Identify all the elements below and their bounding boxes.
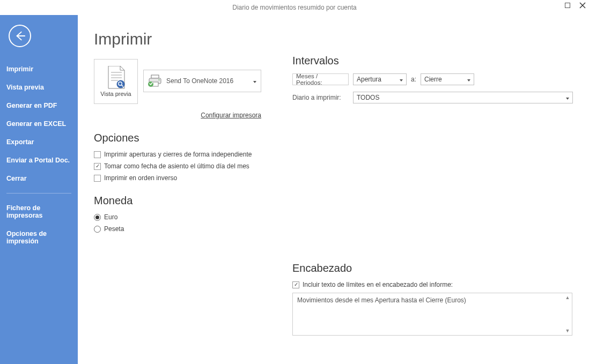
sidebar-item-label: Imprimir [6, 65, 33, 73]
sidebar-item-generate-excel[interactable]: Generar en EXCEL [0, 115, 78, 133]
option-label: Imprimir en orden inverso [104, 174, 177, 182]
back-button[interactable] [9, 25, 31, 47]
preview-button-label: Vista previa [100, 91, 131, 97]
checkbox-icon [94, 163, 101, 170]
title-bar: Diario de movimientos resumido por cuent… [0, 0, 589, 15]
checkbox-icon [94, 175, 101, 182]
printer-select[interactable]: Send To OneNote 2016 [143, 70, 261, 92]
sidebar-separator [6, 193, 71, 194]
sidebar-item-label: Generar en PDF [6, 102, 57, 109]
sidebar-item-generate-pdf[interactable]: Generar en PDF [0, 96, 78, 115]
content-area: Imprimir [78, 15, 589, 364]
option-label: Imprimir aperturas y cierres de forma in… [104, 151, 252, 158]
page-title: Imprimir [94, 30, 573, 48]
dropdown-value: Cierre [424, 76, 442, 83]
configure-printer-link[interactable]: Configurar impresora [94, 112, 261, 119]
sidebar-item-label: Cerrar [6, 175, 27, 182]
from-period-dropdown[interactable]: Apertura [353, 73, 407, 85]
include-limits-text[interactable]: Incluir texto de límites en el encabezad… [292, 281, 573, 288]
arrow-left-icon [14, 30, 26, 42]
close-icon[interactable] [579, 2, 586, 9]
options-heading: Opciones [94, 132, 292, 144]
svg-point-8 [117, 80, 124, 88]
chevron-down-icon [563, 94, 569, 101]
sidebar-item-close[interactable]: Cerrar [0, 169, 78, 188]
months-periods-label: Meses / Periodos: [292, 73, 349, 85]
option-label: Incluir texto de límites en el encabezad… [303, 281, 453, 288]
svg-point-14 [159, 79, 160, 80]
document-preview-icon [106, 66, 126, 88]
sidebar-item-export[interactable]: Exportar [0, 133, 78, 151]
sidebar: Imprimir Vista previa Generar en PDF Gen… [0, 15, 78, 364]
sidebar-item-label: Vista previa [6, 84, 44, 91]
radio-icon [94, 214, 101, 221]
currency-peseta[interactable]: Peseta [94, 225, 292, 233]
sidebar-item-print[interactable]: Imprimir [0, 60, 78, 78]
header-text-input[interactable]: Movimientos desde el mes Apertura hasta … [292, 293, 572, 336]
radio-label: Peseta [104, 225, 124, 233]
currency-euro[interactable]: Euro [94, 213, 292, 221]
sidebar-item-printer-file[interactable]: Fichero de impresoras [0, 199, 78, 225]
intervals-heading: Intervalos [292, 55, 573, 67]
sidebar-item-label: Generar en EXCEL [6, 120, 66, 128]
to-separator: a: [411, 76, 416, 83]
sidebar-item-send-portal[interactable]: Enviar a Portal Doc. [0, 151, 78, 169]
scroll-up-icon[interactable]: ▲ [564, 294, 571, 301]
checkbox-icon [292, 281, 299, 288]
preview-button[interactable]: Vista previa [94, 59, 138, 104]
sidebar-item-label: Exportar [6, 138, 34, 146]
dropdown-value: TODOS [357, 94, 379, 101]
header-heading: Encabezado [292, 262, 573, 274]
option-last-day-date[interactable]: Tomar como fecha de asiento el último dí… [94, 162, 292, 170]
diary-dropdown[interactable]: TODOS [353, 92, 573, 103]
chevron-down-icon [396, 76, 403, 83]
option-reverse-order[interactable]: Imprimir en orden inverso [94, 174, 292, 182]
sidebar-item-label: Enviar a Portal Doc. [6, 157, 70, 164]
currency-heading: Moneda [94, 195, 292, 207]
option-print-openings-closings[interactable]: Imprimir aperturas y cierres de forma in… [94, 151, 292, 158]
printer-select-value: Send To OneNote 2016 [166, 77, 233, 85]
sidebar-item-preview[interactable]: Vista previa [0, 78, 78, 96]
maximize-icon[interactable] [564, 2, 571, 9]
chevron-down-icon [464, 76, 470, 83]
radio-icon [94, 226, 101, 233]
sidebar-item-label: Opciones de impresión [6, 230, 47, 245]
window-title: Diario de movimientos resumido por cuent… [0, 4, 589, 11]
scroll-down-icon[interactable]: ▼ [564, 327, 571, 335]
svg-rect-11 [151, 75, 159, 78]
svg-rect-0 [565, 3, 570, 8]
checkbox-icon [94, 151, 101, 158]
diary-label: Diario a imprimir: [292, 94, 349, 101]
sidebar-item-label: Fichero de impresoras [6, 204, 42, 219]
sidebar-item-print-options[interactable]: Opciones de impresión [0, 225, 78, 250]
to-period-dropdown[interactable]: Cierre [421, 73, 474, 85]
chevron-down-icon [250, 77, 256, 85]
option-label: Tomar como fecha de asiento el último dí… [104, 162, 249, 170]
printer-icon [148, 75, 162, 87]
radio-label: Euro [104, 213, 117, 221]
dropdown-value: Apertura [357, 76, 381, 83]
